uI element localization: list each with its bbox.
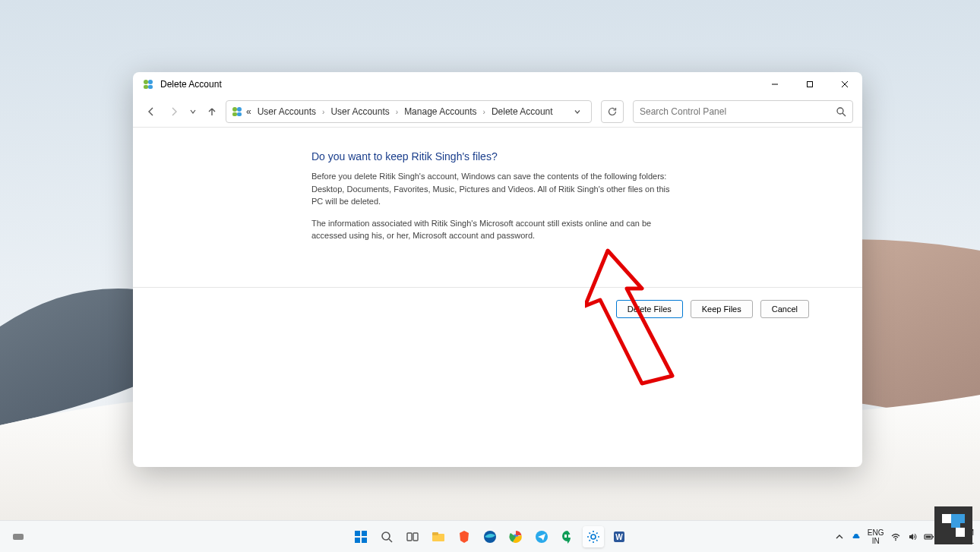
tray-wifi-icon[interactable] [890, 531, 901, 542]
svg-text:W: W [615, 533, 623, 541]
taskbar-app-brave[interactable] [454, 526, 475, 547]
breadcrumb-segment[interactable]: User Accounts [254, 105, 319, 118]
svg-rect-38 [925, 535, 931, 538]
window-title: Delete Account [160, 79, 222, 90]
svg-point-10 [237, 107, 242, 112]
svg-rect-11 [232, 112, 237, 116]
svg-rect-30 [564, 535, 567, 538]
tray-battery-icon[interactable] [924, 531, 934, 542]
maximize-button[interactable] [792, 72, 827, 96]
minimize-button[interactable] [757, 72, 792, 96]
breadcrumb-prefix: « [246, 106, 251, 117]
svg-rect-16 [355, 531, 360, 536]
content-pane: Do you want to keep Ritik Singh's files?… [133, 127, 862, 287]
address-bar-icon [231, 106, 243, 118]
chevron-right-icon: › [322, 108, 324, 116]
address-dropdown-button[interactable] [568, 103, 586, 121]
window-titlebar: Delete Account [133, 72, 862, 96]
svg-point-32 [591, 535, 596, 539]
svg-point-2 [148, 80, 153, 84]
body-paragraph-2: The information associated with Ritik Si… [311, 217, 676, 242]
cancel-button[interactable]: Cancel [760, 300, 809, 318]
nav-up-button[interactable] [203, 103, 221, 121]
svg-rect-12 [237, 112, 242, 116]
close-button[interactable] [827, 72, 862, 96]
breadcrumb-segment[interactable]: Delete Account [488, 105, 556, 118]
svg-point-1 [144, 80, 148, 84]
control-panel-window: Delete Account [133, 72, 862, 467]
tray-chevron-icon[interactable] [834, 531, 845, 542]
chevron-right-icon: › [483, 108, 485, 116]
svg-line-14 [842, 113, 846, 116]
svg-point-35 [895, 539, 896, 541]
language-top: ENG [868, 528, 884, 537]
svg-line-21 [389, 539, 392, 542]
refresh-button[interactable] [601, 100, 624, 123]
language-indicator[interactable]: ENG IN [868, 528, 884, 545]
taskbar[interactable]: W ENG IN 1:57 PM 1/10/2021 [0, 520, 980, 552]
clock-date: 1/10/2021 [940, 537, 975, 545]
taskbar-app-chrome[interactable] [505, 526, 526, 547]
delete-files-button[interactable]: Delete Files [616, 300, 683, 318]
nav-forward-button[interactable] [165, 103, 183, 121]
svg-rect-4 [148, 85, 153, 89]
breadcrumb-segment[interactable]: User Accounts [327, 105, 392, 118]
nav-back-button[interactable] [142, 103, 160, 121]
taskbar-app-settings[interactable] [583, 526, 604, 547]
language-bottom: IN [868, 537, 884, 545]
svg-rect-19 [362, 538, 367, 543]
navigation-row: « User Accounts › User Accounts › Manage… [133, 96, 862, 127]
chevron-right-icon: › [396, 108, 398, 116]
taskbar-app-explorer[interactable] [428, 526, 449, 547]
svg-rect-15 [13, 534, 24, 540]
user-accounts-icon [142, 78, 154, 90]
nav-history-dropdown[interactable] [188, 103, 198, 121]
search-icon [836, 106, 846, 117]
keep-files-button[interactable]: Keep Files [691, 300, 753, 318]
page-heading: Do you want to keep Ritik Singh's files? [311, 150, 824, 162]
svg-rect-18 [355, 538, 360, 543]
body-paragraph-1: Before you delete Ritik Singh's account,… [311, 170, 676, 208]
svg-rect-37 [932, 536, 934, 538]
taskbar-app-telegram[interactable] [531, 526, 552, 547]
svg-rect-3 [144, 85, 148, 89]
svg-rect-22 [407, 533, 412, 541]
svg-rect-23 [413, 533, 418, 541]
taskbar-app-edge[interactable] [479, 526, 501, 547]
svg-point-9 [232, 107, 237, 112]
taskbar-app-hangouts[interactable] [557, 526, 578, 547]
dialog-button-row: Delete Files Keep Files Cancel [133, 288, 862, 330]
task-view-button[interactable] [402, 526, 423, 547]
start-button[interactable] [350, 526, 371, 547]
svg-rect-6 [808, 82, 813, 87]
taskbar-app-word[interactable]: W [609, 526, 630, 547]
clock-area[interactable]: 1:57 PM 1/10/2021 [940, 528, 975, 545]
svg-rect-17 [362, 531, 367, 536]
svg-rect-31 [568, 535, 571, 538]
search-box[interactable] [633, 100, 853, 123]
breadcrumb-segment[interactable]: Manage Accounts [401, 105, 479, 118]
search-taskbar-button[interactable] [376, 526, 397, 547]
taskbar-widgets-button[interactable] [8, 526, 29, 547]
search-input[interactable] [640, 106, 836, 117]
tray-volume-icon[interactable] [907, 531, 918, 542]
svg-point-20 [382, 532, 390, 540]
address-bar[interactable]: « User Accounts › User Accounts › Manage… [226, 100, 592, 123]
tray-onedrive-icon[interactable] [851, 531, 861, 542]
svg-point-13 [837, 108, 843, 114]
clock-time: 1:57 PM [940, 528, 975, 537]
svg-rect-25 [432, 532, 438, 535]
